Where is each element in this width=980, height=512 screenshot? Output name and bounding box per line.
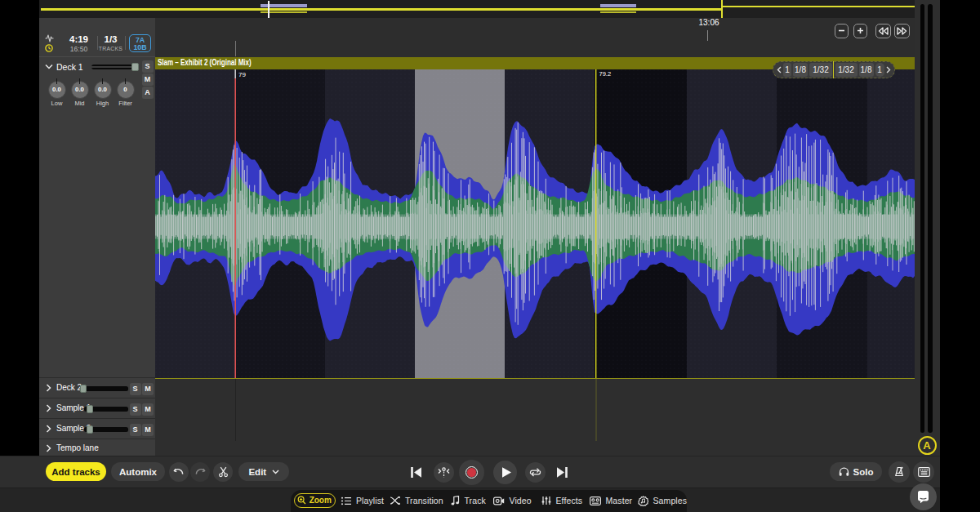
svg-text:79: 79 — [238, 70, 246, 78]
svg-text:79.2: 79.2 — [599, 70, 612, 78]
